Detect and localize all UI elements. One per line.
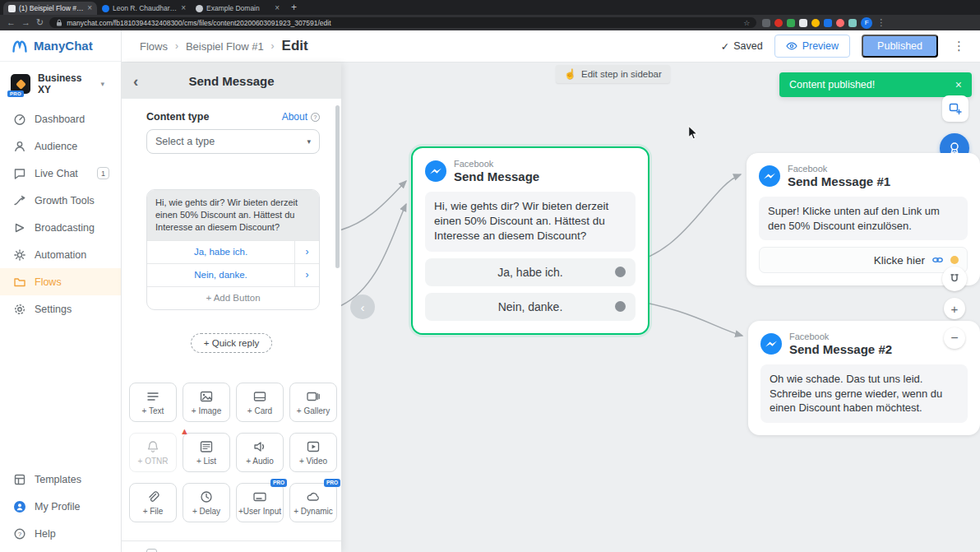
node-message-text[interactable]: Super! Klicke unten auf den Link um den … bbox=[759, 197, 968, 240]
extension-icon[interactable] bbox=[787, 19, 795, 27]
connection-port[interactable] bbox=[615, 301, 626, 312]
add-node-button[interactable] bbox=[942, 95, 968, 122]
published-button[interactable]: Published bbox=[862, 35, 938, 58]
message-bubble[interactable]: Hi, wie gehts dir? Wir bieten derzeit ei… bbox=[147, 190, 319, 240]
pro-badge: PRO bbox=[7, 90, 24, 97]
sidebar-item-settings[interactable]: Settings bbox=[0, 295, 121, 322]
breadcrumb-flow-name[interactable]: Beispiel Flow #1 bbox=[186, 40, 264, 53]
browser-profile-avatar[interactable]: F bbox=[861, 17, 872, 29]
node-button-label: Nein, danke. bbox=[498, 300, 563, 313]
node-title: Send Message #2 bbox=[789, 342, 892, 356]
flow-node-send-message[interactable]: Facebook Send Message Hi, wie gehts dir?… bbox=[411, 146, 649, 335]
profile-avatar-icon bbox=[13, 500, 26, 513]
growth-tools-icon bbox=[13, 194, 26, 207]
preview-button-yes[interactable]: Ja, habe ich. bbox=[147, 241, 294, 263]
connection-port[interactable] bbox=[615, 267, 626, 277]
node-button-no[interactable]: Nein, danke. bbox=[425, 293, 636, 321]
chevron-right-icon[interactable]: › bbox=[294, 241, 319, 263]
back-icon[interactable]: ← bbox=[7, 18, 16, 27]
flow-node-send-message-1[interactable]: Facebook Send Message #1 Super! Klicke u… bbox=[747, 153, 980, 285]
account-name: Business XY bbox=[38, 72, 93, 95]
browser-tab-facebook[interactable]: Leon R. Chaudhari | Facebook × bbox=[97, 2, 191, 15]
add-video-button[interactable]: + Video bbox=[289, 433, 337, 472]
reload-icon[interactable]: ↻ bbox=[36, 18, 44, 27]
brand-logo-row[interactable]: ManyChat bbox=[0, 30, 121, 62]
about-link[interactable]: About ? bbox=[282, 111, 320, 123]
sidebar-item-automation[interactable]: Automation bbox=[0, 241, 121, 268]
add-delay-button[interactable]: + Delay bbox=[183, 483, 230, 522]
flow-canvas[interactable]: ☝ Edit step in sidebar Content published… bbox=[341, 63, 980, 552]
preview-button[interactable]: Preview bbox=[774, 35, 850, 58]
sidebar-item-flows[interactable]: Flows bbox=[0, 268, 121, 295]
sidebar-item-templates[interactable]: Templates bbox=[0, 466, 121, 493]
tab-close-icon[interactable]: × bbox=[275, 4, 280, 12]
continue-checkbox[interactable] bbox=[146, 549, 157, 552]
extension-icon[interactable] bbox=[774, 19, 783, 27]
browser-tabstrip: (1) Beispiel Flow #1 | Edit Con × Leon R… bbox=[0, 0, 980, 15]
zoom-out-button[interactable]: − bbox=[944, 327, 965, 349]
browser-tab-flow[interactable]: (1) Beispiel Flow #1 | Edit Con × bbox=[3, 2, 97, 15]
more-options-icon[interactable]: ⋮ bbox=[950, 39, 968, 53]
flows-folder-icon bbox=[13, 276, 26, 289]
back-chevron-icon[interactable]: ‹ bbox=[133, 73, 138, 89]
sidebar-item-my-profile[interactable]: My Profile bbox=[0, 493, 121, 520]
extension-icon[interactable] bbox=[799, 19, 807, 27]
add-dynamic-button[interactable]: PRO + Dynamic bbox=[289, 483, 337, 522]
add-card-button[interactable]: + Card bbox=[236, 383, 284, 422]
add-otnr-button[interactable]: + OTNR bbox=[129, 433, 177, 472]
panel-scrollbar[interactable] bbox=[335, 105, 340, 268]
breadcrumb-flows[interactable]: Flows bbox=[140, 40, 168, 53]
mouse-cursor bbox=[687, 125, 699, 141]
add-button-button[interactable]: + Add Button bbox=[147, 286, 319, 309]
panel-header: ‹ Send Message bbox=[122, 63, 341, 99]
address-bar[interactable]: manychat.com/fb1810394432408300/cms/file… bbox=[49, 17, 756, 28]
sidebar-item-help[interactable]: ? Help bbox=[0, 520, 121, 547]
node-message-text[interactable]: Oh wie schade. Das tut uns leid. Schreib… bbox=[760, 364, 968, 423]
sidebar-item-live-chat[interactable]: Live Chat 1 bbox=[0, 160, 121, 187]
node-platform: Facebook bbox=[454, 159, 539, 169]
content-type-select[interactable]: Select a type ▾ bbox=[146, 129, 320, 154]
browser-tab-example[interactable]: Example Domain × bbox=[191, 2, 284, 15]
breadcrumb: Flows › Beispiel Flow #1 › Edit bbox=[140, 38, 308, 54]
extension-icon[interactable] bbox=[824, 19, 832, 27]
tab-close-icon[interactable]: × bbox=[87, 4, 92, 12]
account-avatar: PRO bbox=[11, 74, 30, 94]
sidebar-item-broadcasting[interactable]: Broadcasting bbox=[0, 214, 121, 241]
new-tab-button[interactable]: + bbox=[291, 2, 297, 13]
pin-tool-button[interactable] bbox=[942, 267, 967, 291]
toast-close-icon[interactable]: × bbox=[944, 78, 962, 91]
add-user-input-button[interactable]: PRO +User Input bbox=[236, 483, 284, 522]
chevron-right-icon[interactable]: › bbox=[294, 264, 319, 286]
node-button-yes[interactable]: Ja, habe ich. bbox=[425, 258, 636, 286]
panel-title: Send Message bbox=[188, 74, 274, 88]
forward-icon[interactable]: → bbox=[21, 18, 30, 27]
sidebar-item-audience[interactable]: Audience bbox=[0, 132, 121, 160]
sidebar-item-dashboard[interactable]: Dashboard bbox=[0, 105, 121, 132]
add-list-button[interactable]: ▲ + List bbox=[183, 433, 230, 472]
add-gallery-button[interactable]: + Gallery bbox=[289, 383, 337, 422]
zoom-in-button[interactable]: + bbox=[944, 298, 965, 319]
quick-reply-button[interactable]: + Quick reply bbox=[191, 333, 272, 353]
bookmark-star-icon[interactable]: ☆ bbox=[743, 19, 750, 27]
templates-icon bbox=[13, 473, 26, 486]
add-text-button[interactable]: + Text bbox=[129, 383, 177, 422]
add-audio-button[interactable]: + Audio bbox=[236, 433, 284, 472]
add-image-button[interactable]: + Image bbox=[183, 383, 230, 422]
browser-menu-icon[interactable]: ⋮ bbox=[876, 17, 885, 28]
sidebar-item-growth-tools[interactable]: Growth Tools bbox=[0, 187, 121, 214]
node-button-link[interactable]: Klicke hier bbox=[759, 247, 968, 273]
collapse-panel-handle[interactable]: ‹ bbox=[350, 295, 375, 319]
tab-close-icon[interactable]: × bbox=[181, 4, 186, 12]
block-label: + List bbox=[196, 457, 216, 466]
preview-button-no[interactable]: Nein, danke. bbox=[147, 264, 294, 286]
image-icon bbox=[199, 389, 214, 404]
published-label: Published bbox=[877, 40, 922, 52]
extension-icon[interactable] bbox=[762, 19, 770, 27]
extension-icon[interactable] bbox=[811, 19, 820, 27]
sidebar-item-label: My Profile bbox=[35, 501, 81, 513]
extension-icon[interactable] bbox=[848, 19, 857, 27]
node-message-text[interactable]: Hi, wie gehts dir? Wir bieten derzeit ei… bbox=[425, 192, 636, 252]
account-switcher[interactable]: PRO Business XY ▾ bbox=[0, 62, 121, 105]
extension-icon[interactable] bbox=[836, 19, 844, 27]
add-file-button[interactable]: + File bbox=[129, 483, 177, 522]
